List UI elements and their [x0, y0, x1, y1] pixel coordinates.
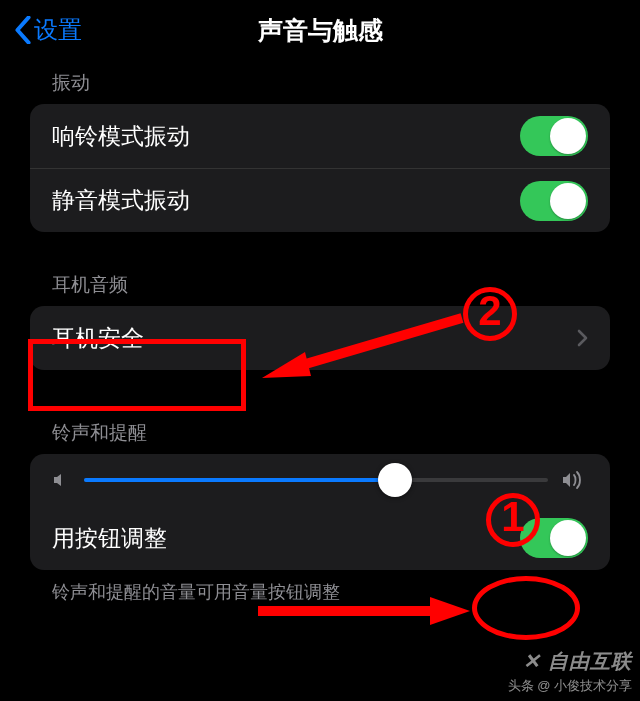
row-label: 耳机安全 — [52, 323, 144, 354]
section-header-headphone: 耳机音频 — [0, 262, 640, 306]
volume-slider[interactable] — [84, 478, 548, 482]
row-label: 用按钮调整 — [52, 523, 167, 554]
section-header-vibration: 振动 — [0, 60, 640, 104]
row-silent-vibrate[interactable]: 静音模式振动 — [30, 168, 610, 232]
nav-bar: 设置 声音与触感 — [0, 0, 640, 60]
group-headphone: 耳机安全 — [30, 306, 610, 370]
speaker-high-icon — [562, 470, 588, 490]
section-header-ringer: 铃声和提醒 — [0, 410, 640, 454]
row-label: 响铃模式振动 — [52, 121, 190, 152]
chevron-left-icon — [14, 16, 32, 44]
watermark-logo: ✕ 自由互联 — [523, 648, 632, 675]
watermark-sub: 头条 @ 小俊技术分享 — [508, 677, 632, 695]
watermark: ✕ 自由互联 头条 @ 小俊技术分享 — [508, 648, 632, 695]
row-change-with-buttons[interactable]: 用按钮调整 — [30, 506, 610, 570]
page-title: 声音与触感 — [0, 14, 640, 47]
toggle-silent-vibrate[interactable] — [520, 181, 588, 221]
volume-slider-row — [30, 454, 610, 506]
row-label: 静音模式振动 — [52, 185, 190, 216]
toggle-change-with-buttons[interactable] — [520, 518, 588, 558]
row-headphone-safety[interactable]: 耳机安全 — [30, 306, 610, 370]
back-button[interactable]: 设置 — [14, 14, 82, 46]
section-footer-ringer: 铃声和提醒的音量可用音量按钮调整 — [0, 570, 640, 604]
back-label: 设置 — [34, 14, 82, 46]
group-vibration: 响铃模式振动 静音模式振动 — [30, 104, 610, 232]
toggle-ring-vibrate[interactable] — [520, 116, 588, 156]
chevron-right-icon — [577, 329, 588, 347]
group-ringer: 用按钮调整 — [30, 454, 610, 570]
speaker-low-icon — [52, 471, 70, 489]
row-ring-vibrate[interactable]: 响铃模式振动 — [30, 104, 610, 168]
